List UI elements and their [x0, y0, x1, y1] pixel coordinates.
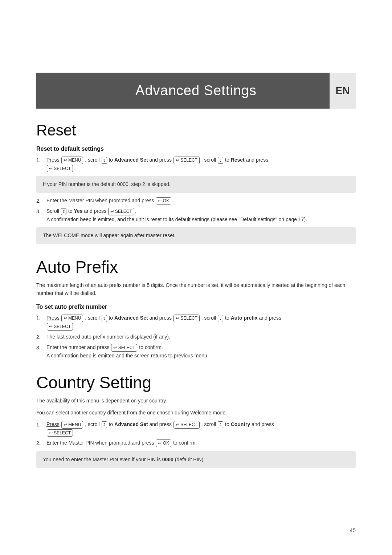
press-text: Press [46, 157, 60, 163]
cs-scroll-2: ⇕ [218, 421, 223, 429]
ap-press-text: Press [46, 315, 60, 321]
cs-menu-icon: ↩ MENU [61, 421, 83, 429]
country-steps: 1. Press ↩ MENU , scroll ⇕ to Advanced S… [36, 420, 356, 447]
ap-select-1: ↩ SELECT [173, 315, 200, 322]
step-2-content: Enter the Master PIN when prompted and p… [46, 197, 356, 205]
yes-text: Yes [74, 208, 82, 214]
reset-section: Reset Reset to default settings 1. Press… [36, 122, 356, 244]
reset-step-1: 1. Press ↩ MENU , scroll ⇕ to Advanced S… [36, 156, 356, 172]
country-note: You need to enter the Master PIN even if… [36, 451, 356, 468]
cs-country-bold: Country [231, 421, 250, 427]
default-pin-text: 0000 [162, 457, 173, 462]
ap-select-2: ↩ SELECT [47, 323, 73, 331]
auto-prefix-section: Auto Prefix The maximum length of an aut… [36, 257, 356, 360]
cs-step-num-1: 1. [36, 420, 46, 429]
auto-prefix-steps: 1. Press ↩ MENU , scroll ⇕ to Advanced S… [36, 314, 356, 360]
country-intro-2: You can select another country different… [36, 409, 356, 417]
cs-step-1-content: Press ↩ MENU , scroll ⇕ to Advanced Set … [46, 420, 356, 437]
ap-step-num-3: 3. [36, 343, 46, 352]
ap-step-1-content: Press ↩ MENU , scroll ⇕ to Advanced Set … [46, 314, 356, 330]
country-setting-title: Country Setting [36, 373, 356, 392]
country-step-1: 1. Press ↩ MENU , scroll ⇕ to Advanced S… [36, 420, 356, 437]
cs-ok-icon: ↩ OK [156, 439, 171, 447]
ok-button-icon: ↩ OK [156, 197, 171, 205]
cs-select-2: ↩ SELECT [47, 429, 73, 437]
scroll-icon-1: ⇕ [102, 157, 107, 164]
page-number: 45 [350, 527, 356, 533]
page: Advanced Settings EN Reset Reset to defa… [0, 0, 392, 555]
header-banner: Advanced Settings EN [36, 73, 356, 109]
ap-step-3-content: Enter the number and press ↩ SELECT to c… [46, 343, 356, 360]
ap-step-num-1: 1. [36, 314, 46, 322]
auto-prefix-step-1: 1. Press ↩ MENU , scroll ⇕ to Advanced S… [36, 314, 356, 330]
ap-step-2-content: The last stored auto prefix number is di… [46, 333, 356, 341]
ap-step-3-subtext: A confirmation beep is emitted and the s… [46, 353, 209, 358]
ap-auto-prefix-bold: Auto prefix [231, 315, 258, 321]
menu-button-icon: ↩ MENU [61, 157, 83, 164]
step-3-subtext: A confirmation beep is emitted, and the … [46, 216, 307, 222]
reset-step-2: 2. Enter the Master PIN when prompted an… [36, 197, 356, 205]
select-button-icon-1: ↩ SELECT [173, 157, 200, 164]
cs-select-1: ↩ SELECT [173, 421, 200, 429]
reset-text: Reset [231, 157, 245, 163]
language-badge: EN [330, 73, 356, 109]
step-number-3: 3. [36, 207, 46, 215]
reset-step-3: 3. Scroll ⇕ to Yes and press ↩ SELECT. A… [36, 207, 356, 223]
ap-step-num-2: 2. [36, 333, 46, 341]
step-number-2: 2. [36, 197, 46, 205]
ap-scroll-1: ⇕ [102, 315, 107, 322]
reset-title: Reset [36, 122, 356, 139]
cs-step-num-2: 2. [36, 439, 46, 447]
step-3-content: Scroll ⇕ to Yes and press ↩ SELECT. A co… [46, 207, 356, 223]
auto-prefix-intro: The maximum length of an auto prefix num… [36, 281, 356, 297]
reset-steps-list-2: 2. Enter the Master PIN when prompted an… [36, 197, 356, 223]
ap-scroll-2: ⇕ [218, 315, 223, 322]
ap-menu-icon: ↩ MENU [61, 315, 83, 322]
scroll-icon-3: ⇕ [61, 208, 66, 215]
reset-note-1: If your PIN number is the default 0000, … [36, 176, 356, 193]
reset-subsection-title: Reset to default settings [36, 146, 356, 152]
advanced-set-text: Advanced Set [114, 157, 148, 163]
cs-step-2-content: Enter the Master PIN when prompted and p… [46, 439, 356, 447]
ap-select-3: ↩ SELECT [111, 344, 137, 352]
step-1-content: Press ↩ MENU , scroll ⇕ to Advanced Set … [46, 156, 356, 172]
auto-prefix-step-2: 2. The last stored auto prefix number is… [36, 333, 356, 341]
auto-prefix-title: Auto Prefix [36, 257, 356, 277]
cs-scroll-1: ⇕ [102, 421, 107, 429]
cs-advanced-set: Advanced Set [114, 421, 148, 427]
cs-press-text: Press [46, 421, 60, 427]
select-button-icon-2: ↩ SELECT [47, 165, 73, 173]
scroll-icon-2: ⇕ [218, 157, 223, 164]
country-step-2: 2. Enter the Master PIN when prompted an… [36, 439, 356, 447]
ap-advanced-set: Advanced Set [114, 315, 148, 321]
select-button-icon-3: ↩ SELECT [108, 208, 134, 215]
step-number-1: 1. [36, 156, 46, 164]
auto-prefix-step-3: 3. Enter the number and press ↩ SELECT t… [36, 343, 356, 360]
country-setting-section: Country Setting The availability of this… [36, 373, 356, 468]
country-intro-1: The availability of this menu is depende… [36, 397, 356, 405]
reset-note-2: The WELCOME mode will appear again after… [36, 227, 356, 244]
auto-prefix-subsection: To set auto prefix number [36, 304, 356, 310]
reset-steps-list: 1. Press ↩ MENU , scroll ⇕ to Advanced S… [36, 156, 356, 172]
page-title: Advanced Settings [135, 83, 257, 98]
